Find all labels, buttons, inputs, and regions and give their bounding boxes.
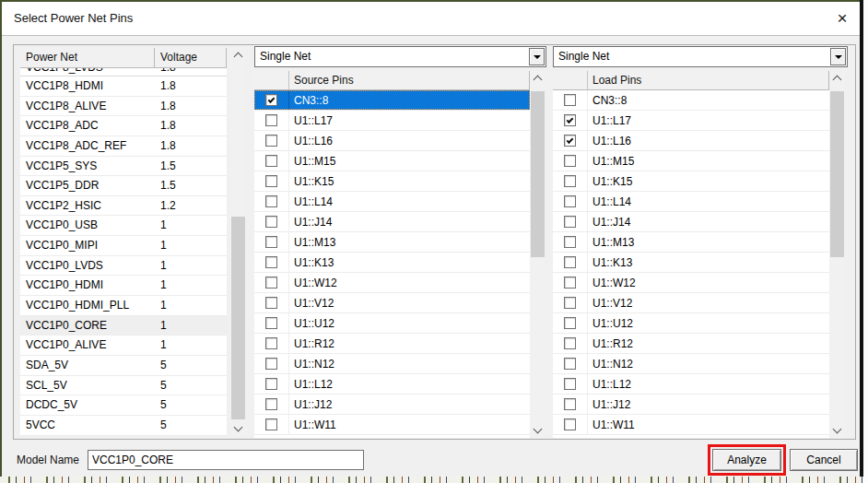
table-row[interactable]: VCC1P5_SYS1.5: [20, 157, 227, 177]
pin-checkbox[interactable]: [254, 232, 289, 252]
table-row[interactable]: VCC1P0_HDMI_PLL1: [20, 296, 227, 316]
table-row[interactable]: VCC1P8_ADC_REF1.8: [20, 136, 227, 157]
pin-checkbox[interactable]: [254, 415, 289, 434]
dropdown-button[interactable]: [830, 48, 846, 65]
pin-checkbox[interactable]: [553, 415, 588, 434]
list-item[interactable]: U1::J12: [553, 395, 829, 415]
table-row[interactable]: VCC1P2_HSIC1.2: [20, 196, 227, 217]
pin-checkbox[interactable]: [553, 192, 588, 211]
load-filter-select[interactable]: Single Net: [553, 46, 848, 67]
table-row[interactable]: VCC1P8_ALIVE1.8: [20, 97, 227, 117]
pin-checkbox[interactable]: [553, 354, 588, 373]
scroll-down-icon[interactable]: [829, 423, 845, 438]
pin-checkbox[interactable]: [254, 171, 289, 191]
list-item[interactable]: U1::K13: [553, 253, 829, 273]
list-item[interactable]: U1::L12: [553, 374, 829, 395]
source-filter-select[interactable]: Single Net: [254, 46, 546, 67]
list-item[interactable]: CN3::8: [553, 90, 829, 111]
pin-checkbox[interactable]: [553, 171, 588, 191]
list-item[interactable]: U1::L17: [553, 111, 829, 131]
pin-checkbox[interactable]: [553, 151, 588, 171]
table-row[interactable]: VCC1P8_HDMI1.8: [20, 77, 227, 97]
pin-checkbox[interactable]: [553, 131, 588, 150]
table-row[interactable]: VCC1P0_USB1: [20, 216, 227, 236]
pin-checkbox[interactable]: [553, 253, 588, 272]
list-item[interactable]: U1::L14: [254, 192, 530, 212]
table-row[interactable]: VCC1P0_MIPI1: [20, 236, 227, 256]
list-item[interactable]: U1::L12: [254, 374, 530, 395]
table-row-partial[interactable]: VCC1P8_LVDS1.8: [20, 68, 227, 77]
pin-checkbox[interactable]: [254, 273, 289, 292]
pin-checkbox[interactable]: [254, 253, 289, 272]
scroll-down-icon[interactable]: [530, 423, 545, 438]
analyze-button[interactable]: Analyze: [712, 449, 781, 471]
list-item[interactable]: U1::V12: [254, 293, 530, 313]
list-item[interactable]: U1::R12: [254, 334, 530, 354]
close-icon[interactable]: ×: [831, 6, 853, 30]
table-row[interactable]: DCDC_5V5: [20, 395, 227, 416]
list-item[interactable]: U1::U12: [254, 313, 530, 334]
model-name-input[interactable]: [88, 450, 364, 470]
pin-checkbox[interactable]: [254, 192, 289, 211]
power-net-scrollbar[interactable]: [230, 48, 246, 436]
table-row[interactable]: VCC1P0_LVDS1: [20, 256, 227, 277]
pin-checkbox[interactable]: [553, 313, 588, 333]
scroll-up-icon[interactable]: [230, 48, 246, 63]
list-item[interactable]: CN3::8: [254, 90, 530, 111]
pin-checkbox[interactable]: [254, 395, 289, 414]
list-item[interactable]: U1::J14: [254, 212, 530, 232]
pin-checkbox[interactable]: [254, 212, 289, 231]
table-row[interactable]: 5VCC5: [20, 416, 227, 436]
pin-checkbox[interactable]: [553, 334, 588, 353]
list-item[interactable]: U1::L14: [553, 192, 829, 212]
scrollbar-thumb[interactable]: [830, 91, 844, 257]
pin-checkbox[interactable]: [254, 293, 289, 312]
list-item[interactable]: U1::M13: [553, 232, 829, 253]
scroll-down-icon[interactable]: [230, 421, 246, 436]
pin-checkbox[interactable]: [553, 232, 588, 252]
table-row[interactable]: VCC1P8_ADC1.8: [20, 116, 227, 136]
source-pins-scrollbar[interactable]: [530, 71, 545, 438]
pin-checkbox[interactable]: [553, 273, 588, 292]
list-item[interactable]: U1::M13: [254, 232, 530, 253]
list-item[interactable]: U1::R12: [553, 334, 829, 354]
table-row[interactable]: SCL_5V5: [20, 376, 227, 396]
list-item[interactable]: U1::N12: [254, 354, 530, 374]
list-item[interactable]: U1::L16: [254, 131, 530, 151]
pin-checkbox[interactable]: [553, 212, 588, 231]
list-item[interactable]: U1::K15: [254, 171, 530, 192]
scrollbar-thumb[interactable]: [531, 91, 545, 257]
pin-checkbox[interactable]: [553, 111, 588, 130]
pin-checkbox[interactable]: [254, 131, 289, 150]
table-row[interactable]: VCC1P5_DDR1.5: [20, 176, 227, 196]
list-item[interactable]: U1::J14: [553, 212, 829, 232]
list-item[interactable]: U1::W11: [254, 415, 530, 435]
pin-checkbox[interactable]: [553, 395, 588, 414]
pin-checkbox[interactable]: [254, 151, 289, 171]
list-item[interactable]: U1::W12: [553, 273, 829, 293]
load-pins-scrollbar[interactable]: [829, 71, 845, 438]
cancel-button[interactable]: Cancel: [790, 449, 858, 471]
list-item[interactable]: U1::J12: [254, 395, 530, 415]
list-item[interactable]: U1::M15: [254, 151, 530, 171]
table-row[interactable]: SDA_5V5: [20, 356, 227, 376]
scroll-up-icon[interactable]: [829, 71, 845, 86]
list-item[interactable]: U1::W11: [553, 415, 829, 435]
list-item[interactable]: U1::M15: [553, 151, 829, 171]
pin-checkbox[interactable]: [254, 313, 289, 333]
pin-checkbox[interactable]: [254, 111, 289, 130]
pin-checkbox[interactable]: [553, 293, 588, 312]
scrollbar-thumb[interactable]: [231, 217, 245, 419]
list-item[interactable]: U1::L17: [254, 111, 530, 131]
list-item[interactable]: U1::N12: [553, 354, 829, 374]
pin-checkbox[interactable]: [553, 374, 588, 394]
list-item[interactable]: U1::W12: [254, 273, 530, 293]
table-row[interactable]: VCC1P0_HDMI1: [20, 276, 227, 296]
list-item[interactable]: U1::U12: [553, 313, 829, 334]
pin-checkbox[interactable]: [553, 90, 588, 110]
list-item[interactable]: U1::K15: [553, 171, 829, 192]
list-item[interactable]: U1::K13: [254, 253, 530, 273]
pin-checkbox[interactable]: [254, 90, 289, 110]
table-row[interactable]: VCC1P0_CORE1: [20, 316, 227, 336]
scroll-up-icon[interactable]: [530, 71, 545, 86]
